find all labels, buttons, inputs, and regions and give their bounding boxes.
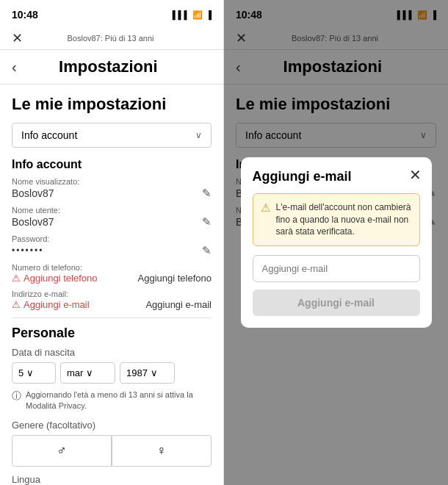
status-bar: 10:48 ▌▌▌ 📶 ▐ <box>0 0 223 26</box>
edit-password-icon[interactable]: ✎ <box>202 244 212 257</box>
birth-row: 5 ∨ mar ∨ 1987 ∨ <box>12 362 212 384</box>
username-label: Boslov87: Più di 13 anni <box>67 34 153 43</box>
aggiungi-email-button[interactable]: Aggiungi e-mail <box>253 290 420 316</box>
aggiungi-email-right[interactable]: Aggiungi e-mail <box>145 299 212 310</box>
email-input[interactable] <box>253 255 420 282</box>
info-icon: ⓘ <box>12 389 21 403</box>
email-modal: Aggiungi e-mail ✕ ⚠ L'e-mail dell'accoun… <box>241 157 432 328</box>
birth-month-value: mar <box>67 367 83 378</box>
nav-header: ‹ Impostazioni <box>0 50 223 85</box>
wifi-icon: 📶 <box>192 10 203 20</box>
content-area: Le mie impostazioni Info account ∨ Info … <box>0 85 223 485</box>
birth-label: Data di nascita <box>12 347 212 358</box>
male-gender-button[interactable]: ♂ <box>12 435 112 467</box>
aggiungi-telefono-right[interactable]: Aggiungi telefono <box>138 273 212 284</box>
modal-close-button[interactable]: ✕ <box>409 166 422 184</box>
edit-nome-viz-icon[interactable]: ✎ <box>202 187 212 200</box>
nome-utente-row: Boslov87 ✎ <box>12 215 212 229</box>
female-gender-button[interactable]: ♀ <box>112 435 212 467</box>
dropdown-label: Info account <box>21 129 77 141</box>
status-time: 10:48 <box>12 9 38 21</box>
section-title: Le mie impostazioni <box>12 95 212 114</box>
birth-day-value: 5 <box>18 367 24 378</box>
lingua-label: Lingua <box>12 474 212 485</box>
female-icon: ♀ <box>156 443 167 459</box>
birth-day-arrow: ∨ <box>26 367 34 378</box>
warning-email-icon: ⚠ <box>12 299 21 310</box>
back-button[interactable]: ‹ <box>12 59 17 76</box>
nome-viz-row: Boslov87 ✎ <box>12 187 212 200</box>
telefono-row: ⚠ Aggiungi telefono Aggiungi telefono <box>12 273 212 284</box>
birth-month-select[interactable]: mar ∨ <box>60 362 115 384</box>
info-account-title: Info account <box>12 158 212 171</box>
right-panel: 10:48 ▌▌▌ 📶 ▐ ✕ Boslov87: Più di 13 anni… <box>224 0 448 485</box>
signal-icon: ▌▌▌ <box>173 10 189 19</box>
modal-title: Aggiungi e-mail <box>253 169 420 184</box>
telefono-left: ⚠ Aggiungi telefono <box>12 273 97 284</box>
battery-icon: ▐ <box>206 10 212 19</box>
birth-year-value: 1987 <box>126 367 148 378</box>
password-group: Password: ••••••• ✎ <box>12 234 212 257</box>
nome-utente-value: Boslov87 <box>12 216 54 228</box>
modal-warning-text: L'e-mail dell'account non cambierà fino … <box>276 201 412 238</box>
male-icon: ♂ <box>57 443 67 459</box>
gender-label: Genere (facoltativo) <box>12 420 212 431</box>
nome-viz-value: Boslov87 <box>12 187 54 199</box>
telefono-label: Numero di telefono: <box>12 263 212 272</box>
modal-warning-box: ⚠ L'e-mail dell'account non cambierà fin… <box>253 193 420 246</box>
chevron-down-icon: ∨ <box>195 130 202 140</box>
birth-year-arrow: ∨ <box>151 367 158 378</box>
nome-viz-group: Nome visualizzato: Boslov87 ✎ <box>12 177 212 200</box>
page-title: Impostazioni <box>23 57 194 76</box>
password-value: ••••••• <box>12 245 43 256</box>
aggiungi-telefono-link[interactable]: Aggiungi telefono <box>24 273 97 284</box>
info-account-dropdown[interactable]: Info account ∨ <box>12 123 212 148</box>
password-row: ••••••• ✎ <box>12 244 212 257</box>
sub-header: ✕ Boslov87: Più di 13 anni <box>0 26 223 50</box>
nome-utente-label: Nome utente: <box>12 206 212 215</box>
birth-day-select[interactable]: 5 ∨ <box>12 362 56 384</box>
close-button[interactable]: ✕ <box>12 30 23 46</box>
email-row: ⚠ Aggiungi e-mail Aggiungi e-mail <box>12 299 212 310</box>
privacy-info-text: Aggiornando l'età a meno di 13 anni si a… <box>26 389 212 412</box>
status-icons: ▌▌▌ 📶 ▐ <box>173 10 212 20</box>
aggiungi-email-link[interactable]: Aggiungi e-mail <box>24 299 90 310</box>
email-left: ⚠ Aggiungi e-mail <box>12 299 90 310</box>
privacy-info-row: ⓘ Aggiornando l'età a meno di 13 anni si… <box>12 389 212 412</box>
birth-year-select[interactable]: 1987 ∨ <box>120 362 175 384</box>
gender-row: ♂ ♀ <box>12 435 212 467</box>
birth-month-arrow: ∨ <box>86 367 93 378</box>
section-divider <box>12 317 212 318</box>
edit-nome-utente-icon[interactable]: ✎ <box>202 215 212 229</box>
warning-icon: ⚠ <box>12 273 21 284</box>
left-panel: 10:48 ▌▌▌ 📶 ▐ ✕ Boslov87: Più di 13 anni… <box>0 0 224 485</box>
modal-overlay: Aggiungi e-mail ✕ ⚠ L'e-mail dell'accoun… <box>224 0 448 485</box>
password-label: Password: <box>12 234 212 243</box>
nome-viz-label: Nome visualizzato: <box>12 177 212 186</box>
modal-warning-icon: ⚠ <box>261 201 270 215</box>
email-label: Indirizzo e-mail: <box>12 290 212 298</box>
nome-utente-group: Nome utente: Boslov87 ✎ <box>12 206 212 229</box>
personal-title: Personale <box>12 326 212 341</box>
